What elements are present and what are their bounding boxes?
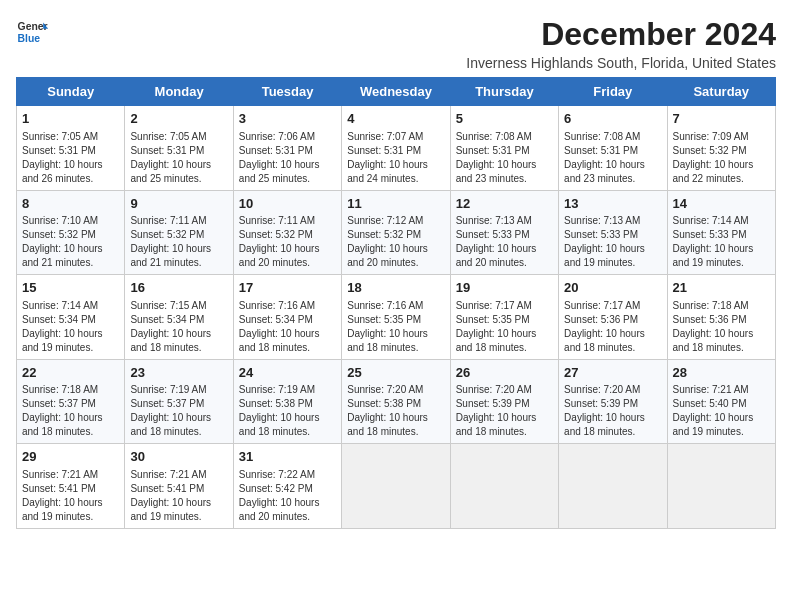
day-number: 9 — [130, 195, 227, 213]
weekday-header: Wednesday — [342, 78, 450, 106]
page-subtitle: Inverness Highlands South, Florida, Unit… — [466, 55, 776, 71]
svg-text:Blue: Blue — [18, 33, 41, 44]
day-number: 14 — [673, 195, 770, 213]
calendar-day-cell — [667, 444, 775, 529]
day-info: Sunrise: 7:11 AMSunset: 5:32 PMDaylight:… — [130, 214, 227, 270]
calendar-day-cell — [342, 444, 450, 529]
calendar-day-cell — [450, 444, 558, 529]
calendar-day-cell: 14Sunrise: 7:14 AMSunset: 5:33 PMDayligh… — [667, 190, 775, 275]
day-number: 10 — [239, 195, 336, 213]
day-info: Sunrise: 7:18 AMSunset: 5:36 PMDaylight:… — [673, 299, 770, 355]
calendar-day-cell: 26Sunrise: 7:20 AMSunset: 5:39 PMDayligh… — [450, 359, 558, 444]
day-info: Sunrise: 7:20 AMSunset: 5:39 PMDaylight:… — [564, 383, 661, 439]
day-info: Sunrise: 7:09 AMSunset: 5:32 PMDaylight:… — [673, 130, 770, 186]
header: General Blue December 2024 Inverness Hig… — [16, 16, 776, 71]
day-number: 18 — [347, 279, 444, 297]
calendar-day-cell: 19Sunrise: 7:17 AMSunset: 5:35 PMDayligh… — [450, 275, 558, 360]
calendar-day-cell: 1Sunrise: 7:05 AMSunset: 5:31 PMDaylight… — [17, 106, 125, 191]
weekday-header: Thursday — [450, 78, 558, 106]
calendar-day-cell: 10Sunrise: 7:11 AMSunset: 5:32 PMDayligh… — [233, 190, 341, 275]
calendar-day-cell: 25Sunrise: 7:20 AMSunset: 5:38 PMDayligh… — [342, 359, 450, 444]
day-info: Sunrise: 7:14 AMSunset: 5:33 PMDaylight:… — [673, 214, 770, 270]
day-info: Sunrise: 7:13 AMSunset: 5:33 PMDaylight:… — [564, 214, 661, 270]
day-info: Sunrise: 7:12 AMSunset: 5:32 PMDaylight:… — [347, 214, 444, 270]
day-info: Sunrise: 7:17 AMSunset: 5:35 PMDaylight:… — [456, 299, 553, 355]
day-info: Sunrise: 7:06 AMSunset: 5:31 PMDaylight:… — [239, 130, 336, 186]
day-number: 26 — [456, 364, 553, 382]
title-area: December 2024 Inverness Highlands South,… — [466, 16, 776, 71]
day-info: Sunrise: 7:10 AMSunset: 5:32 PMDaylight:… — [22, 214, 119, 270]
calendar-header-row: SundayMondayTuesdayWednesdayThursdayFrid… — [17, 78, 776, 106]
weekday-header: Monday — [125, 78, 233, 106]
day-info: Sunrise: 7:18 AMSunset: 5:37 PMDaylight:… — [22, 383, 119, 439]
day-info: Sunrise: 7:08 AMSunset: 5:31 PMDaylight:… — [564, 130, 661, 186]
day-number: 25 — [347, 364, 444, 382]
day-number: 27 — [564, 364, 661, 382]
calendar-day-cell: 17Sunrise: 7:16 AMSunset: 5:34 PMDayligh… — [233, 275, 341, 360]
day-number: 3 — [239, 110, 336, 128]
day-info: Sunrise: 7:19 AMSunset: 5:37 PMDaylight:… — [130, 383, 227, 439]
day-number: 23 — [130, 364, 227, 382]
day-number: 16 — [130, 279, 227, 297]
calendar-day-cell: 24Sunrise: 7:19 AMSunset: 5:38 PMDayligh… — [233, 359, 341, 444]
day-info: Sunrise: 7:13 AMSunset: 5:33 PMDaylight:… — [456, 214, 553, 270]
weekday-header: Tuesday — [233, 78, 341, 106]
day-number: 13 — [564, 195, 661, 213]
calendar-day-cell: 30Sunrise: 7:21 AMSunset: 5:41 PMDayligh… — [125, 444, 233, 529]
day-number: 17 — [239, 279, 336, 297]
day-number: 5 — [456, 110, 553, 128]
calendar-week-row: 1Sunrise: 7:05 AMSunset: 5:31 PMDaylight… — [17, 106, 776, 191]
calendar-day-cell: 4Sunrise: 7:07 AMSunset: 5:31 PMDaylight… — [342, 106, 450, 191]
calendar-day-cell: 2Sunrise: 7:05 AMSunset: 5:31 PMDaylight… — [125, 106, 233, 191]
day-info: Sunrise: 7:21 AMSunset: 5:41 PMDaylight:… — [130, 468, 227, 524]
calendar-day-cell: 16Sunrise: 7:15 AMSunset: 5:34 PMDayligh… — [125, 275, 233, 360]
calendar-day-cell: 13Sunrise: 7:13 AMSunset: 5:33 PMDayligh… — [559, 190, 667, 275]
calendar-day-cell: 7Sunrise: 7:09 AMSunset: 5:32 PMDaylight… — [667, 106, 775, 191]
calendar-day-cell: 28Sunrise: 7:21 AMSunset: 5:40 PMDayligh… — [667, 359, 775, 444]
calendar-day-cell: 23Sunrise: 7:19 AMSunset: 5:37 PMDayligh… — [125, 359, 233, 444]
page-title: December 2024 — [466, 16, 776, 53]
calendar-table: SundayMondayTuesdayWednesdayThursdayFrid… — [16, 77, 776, 529]
weekday-header: Friday — [559, 78, 667, 106]
calendar-day-cell: 22Sunrise: 7:18 AMSunset: 5:37 PMDayligh… — [17, 359, 125, 444]
day-number: 11 — [347, 195, 444, 213]
calendar-day-cell: 3Sunrise: 7:06 AMSunset: 5:31 PMDaylight… — [233, 106, 341, 191]
calendar-day-cell: 18Sunrise: 7:16 AMSunset: 5:35 PMDayligh… — [342, 275, 450, 360]
calendar-day-cell: 6Sunrise: 7:08 AMSunset: 5:31 PMDaylight… — [559, 106, 667, 191]
logo: General Blue — [16, 16, 48, 48]
calendar-day-cell: 27Sunrise: 7:20 AMSunset: 5:39 PMDayligh… — [559, 359, 667, 444]
calendar-day-cell: 11Sunrise: 7:12 AMSunset: 5:32 PMDayligh… — [342, 190, 450, 275]
day-info: Sunrise: 7:07 AMSunset: 5:31 PMDaylight:… — [347, 130, 444, 186]
day-info: Sunrise: 7:14 AMSunset: 5:34 PMDaylight:… — [22, 299, 119, 355]
calendar-week-row: 22Sunrise: 7:18 AMSunset: 5:37 PMDayligh… — [17, 359, 776, 444]
day-number: 31 — [239, 448, 336, 466]
logo-icon: General Blue — [16, 16, 48, 48]
day-number: 30 — [130, 448, 227, 466]
calendar-day-cell: 5Sunrise: 7:08 AMSunset: 5:31 PMDaylight… — [450, 106, 558, 191]
day-info: Sunrise: 7:16 AMSunset: 5:34 PMDaylight:… — [239, 299, 336, 355]
day-info: Sunrise: 7:20 AMSunset: 5:39 PMDaylight:… — [456, 383, 553, 439]
day-number: 7 — [673, 110, 770, 128]
calendar-week-row: 8Sunrise: 7:10 AMSunset: 5:32 PMDaylight… — [17, 190, 776, 275]
day-number: 1 — [22, 110, 119, 128]
calendar-day-cell: 21Sunrise: 7:18 AMSunset: 5:36 PMDayligh… — [667, 275, 775, 360]
day-info: Sunrise: 7:22 AMSunset: 5:42 PMDaylight:… — [239, 468, 336, 524]
day-number: 6 — [564, 110, 661, 128]
day-number: 19 — [456, 279, 553, 297]
calendar-day-cell: 8Sunrise: 7:10 AMSunset: 5:32 PMDaylight… — [17, 190, 125, 275]
day-number: 28 — [673, 364, 770, 382]
day-number: 29 — [22, 448, 119, 466]
day-info: Sunrise: 7:11 AMSunset: 5:32 PMDaylight:… — [239, 214, 336, 270]
day-number: 4 — [347, 110, 444, 128]
calendar-day-cell — [559, 444, 667, 529]
day-number: 12 — [456, 195, 553, 213]
day-number: 21 — [673, 279, 770, 297]
day-info: Sunrise: 7:05 AMSunset: 5:31 PMDaylight:… — [130, 130, 227, 186]
day-number: 22 — [22, 364, 119, 382]
day-number: 24 — [239, 364, 336, 382]
weekday-header: Saturday — [667, 78, 775, 106]
day-info: Sunrise: 7:21 AMSunset: 5:41 PMDaylight:… — [22, 468, 119, 524]
weekday-header: Sunday — [17, 78, 125, 106]
day-number: 15 — [22, 279, 119, 297]
day-info: Sunrise: 7:15 AMSunset: 5:34 PMDaylight:… — [130, 299, 227, 355]
